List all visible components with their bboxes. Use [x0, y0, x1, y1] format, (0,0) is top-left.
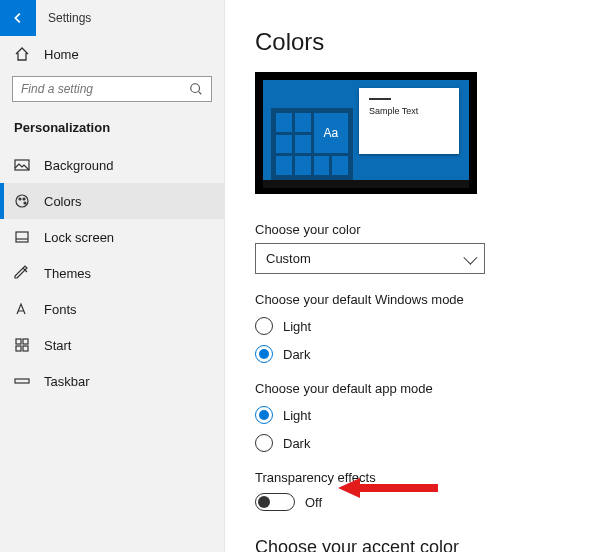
sidebar-item-fonts[interactable]: Fonts: [0, 291, 224, 327]
app-mode-light[interactable]: Light: [255, 406, 590, 424]
svg-point-5: [24, 202, 26, 204]
sidebar-item-label: Lock screen: [44, 230, 114, 245]
preview-tile-aa: Aa: [314, 113, 349, 153]
sidebar-item-lockscreen[interactable]: Lock screen: [0, 219, 224, 255]
sidebar-item-background[interactable]: Background: [0, 147, 224, 183]
svg-point-3: [19, 198, 21, 200]
search-icon: [189, 82, 203, 96]
page-title: Colors: [255, 28, 590, 56]
palette-icon: [14, 193, 30, 209]
sidebar-item-label: Taskbar: [44, 374, 90, 389]
themes-icon: [14, 265, 30, 281]
preview-sample-text: Sample Text: [369, 106, 449, 116]
svg-rect-9: [16, 346, 21, 351]
windows-mode-label: Choose your default Windows mode: [255, 292, 590, 307]
sidebar-item-label: Fonts: [44, 302, 77, 317]
transparency-state: Off: [305, 495, 322, 510]
svg-rect-7: [16, 339, 21, 344]
sidebar-item-themes[interactable]: Themes: [0, 255, 224, 291]
sidebar-item-colors[interactable]: Colors: [0, 183, 224, 219]
svg-point-4: [23, 198, 25, 200]
radio-label: Light: [283, 319, 311, 334]
sidebar-item-label: Start: [44, 338, 71, 353]
choose-color-label: Choose your color: [255, 222, 590, 237]
radio-label: Dark: [283, 436, 310, 451]
sidebar: Settings Home Personalization Background…: [0, 0, 225, 552]
choose-color-dropdown[interactable]: Custom: [255, 243, 485, 274]
svg-rect-10: [23, 346, 28, 351]
sidebar-item-start[interactable]: Start: [0, 327, 224, 363]
svg-rect-8: [23, 339, 28, 344]
preview-window: Sample Text: [359, 88, 459, 154]
sidebar-item-label: Colors: [44, 194, 82, 209]
radio-icon: [255, 317, 273, 335]
radio-icon: [255, 434, 273, 452]
titlebar: Settings: [0, 0, 224, 36]
windows-mode-light[interactable]: Light: [255, 317, 590, 335]
taskbar-icon: [14, 373, 30, 389]
nav-home[interactable]: Home: [0, 36, 224, 72]
fonts-icon: [14, 301, 30, 317]
start-icon: [14, 337, 30, 353]
transparency-toggle[interactable]: [255, 493, 295, 511]
arrow-left-icon: [11, 11, 25, 25]
main-content: Colors Aa Sample Text Choose your color …: [225, 0, 600, 552]
search-input[interactable]: [21, 82, 189, 96]
toggle-knob: [258, 496, 270, 508]
app-mode-label: Choose your default app mode: [255, 381, 590, 396]
picture-icon: [14, 157, 30, 173]
chevron-down-icon: [463, 250, 477, 264]
nav-home-label: Home: [44, 47, 79, 62]
choose-color-value: Custom: [266, 251, 311, 266]
preview-taskbar: [263, 180, 469, 188]
section-label: Personalization: [0, 116, 224, 147]
svg-point-2: [16, 195, 28, 207]
home-icon: [14, 46, 30, 62]
radio-label: Dark: [283, 347, 310, 362]
svg-rect-6: [16, 232, 28, 242]
search-box[interactable]: [12, 76, 212, 102]
svg-rect-11: [15, 379, 29, 383]
sidebar-item-taskbar[interactable]: Taskbar: [0, 363, 224, 399]
radio-icon: [255, 406, 273, 424]
app-title: Settings: [48, 11, 91, 25]
windows-mode-dark[interactable]: Dark: [255, 345, 590, 363]
transparency-label: Transparency effects: [255, 470, 590, 485]
radio-icon: [255, 345, 273, 363]
back-button[interactable]: [0, 0, 36, 36]
sidebar-item-label: Background: [44, 158, 113, 173]
sidebar-item-label: Themes: [44, 266, 91, 281]
preview-start-menu: Aa: [271, 108, 353, 180]
accent-heading: Choose your accent color: [255, 537, 590, 552]
app-mode-dark[interactable]: Dark: [255, 434, 590, 452]
color-preview: Aa Sample Text: [255, 72, 477, 194]
lock-screen-icon: [14, 229, 30, 245]
radio-label: Light: [283, 408, 311, 423]
svg-point-0: [191, 84, 200, 93]
